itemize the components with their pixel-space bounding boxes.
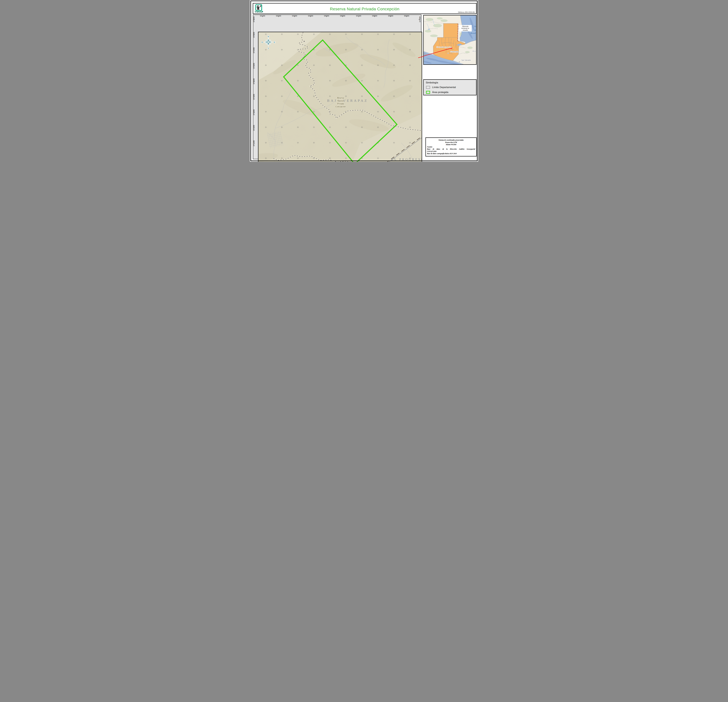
axis-tick — [254, 50, 255, 50]
inset-map-svg: Be Diferendo territorial no resuelto Gu … — [424, 16, 476, 64]
axis-tick — [311, 16, 311, 17]
city-dot-san-salvador — [459, 61, 460, 62]
reserve-label-line4: Concepción — [335, 105, 345, 108]
source-line1b: CONAP 2026 — [427, 150, 475, 153]
axis-tick — [262, 16, 263, 17]
crs-line2: Proyección GTM — [427, 141, 475, 144]
departmental-limit-swatch — [426, 86, 430, 89]
axis-tick — [254, 112, 255, 112]
reserve-label-line2: Natural — [337, 99, 344, 102]
main-map-frame: 5410005410005420005420005430005430005440… — [253, 14, 421, 159]
city-label-san-salvador: San Salvador — [461, 59, 471, 61]
legend-item-protected-area: Área protegida — [426, 91, 448, 94]
inset-lake-mexico — [428, 29, 430, 30]
axis-tick — [254, 81, 255, 82]
legend-item-label: Límite Departamental — [432, 86, 456, 89]
protected-area-swatch — [426, 91, 430, 94]
route-number-label: 721 — [424, 53, 427, 55]
city-label-guatemala: Guatemala — [450, 51, 458, 53]
reserve-label-line3: Privada — [337, 102, 344, 105]
crs-line1: Sistema de coordenadas proyectadas — [427, 139, 475, 141]
header-bar: CONAP Reserva Natural Privada Concepción… — [253, 3, 477, 14]
map-canvas: BAJA VERAPAZ EL PROGRESO Reserva Natural… — [258, 32, 422, 162]
compass-south-label: S — [268, 48, 269, 49]
sea-label-hond: Hond — [471, 32, 476, 34]
compass-west-label: O — [261, 41, 263, 43]
country-label-guatemala: Guatemala — [436, 46, 452, 48]
source-line1: Base de datos de la Dirección Análisis G… — [427, 148, 475, 150]
legend-title: Simbología — [426, 81, 438, 84]
legend-box: Simbología Límite Departamental Área pro… — [423, 79, 477, 95]
axis-tick — [342, 16, 343, 17]
axis-tick — [419, 19, 419, 20]
axis-tick — [390, 16, 391, 17]
legend-item-departmental-limit: Límite Departamental — [426, 86, 456, 89]
map-canvas-svg: BAJA VERAPAZ EL PROGRESO Reserva Natural… — [259, 32, 422, 162]
axis-tick — [254, 97, 255, 97]
note-line3: resuelto — [463, 29, 468, 31]
legend-item-label: Área protegida — [432, 91, 448, 94]
city-dot-guatemala — [448, 53, 449, 54]
axis-tick — [254, 143, 255, 144]
inset-locator-map: Be Diferendo territorial no resuelto Gu … — [423, 15, 477, 65]
country-label-honduras-fragment: Ho — [472, 50, 476, 52]
department-label-el-progreso: EL PROGRESO — [391, 158, 422, 161]
axis-tick — [374, 16, 375, 17]
sea-label-de: de — [475, 29, 476, 31]
territorial-note-box: Diferendo territorial no resuelto — [459, 25, 472, 32]
sea-label-gu: Gu — [474, 25, 476, 27]
note-line2: territorial no — [462, 27, 469, 29]
axis-tick — [358, 16, 359, 17]
crs-line3: Datum WGS84 — [427, 144, 475, 146]
reserve-label-line1: Reserva — [337, 97, 344, 99]
document-code: DAGeos-359-2026-BS — [458, 12, 475, 13]
fuente-label: Fuente: — [427, 146, 475, 148]
source-info-box: Sistema de coordenadas proyectadas Proye… — [425, 137, 477, 156]
axis-tick — [254, 66, 255, 66]
compass-north-label: N — [268, 36, 269, 38]
axis-tick — [254, 128, 255, 128]
source-line2: Base de datos cartografía básica IGN 201… — [427, 153, 475, 155]
axis-tick — [326, 16, 327, 17]
compass-east-label: E — [274, 41, 275, 43]
department-label-baja-verapaz: BAJA VERAPAZ — [327, 99, 368, 102]
page-title: Reserva Natural Privada Concepción — [253, 7, 476, 12]
map-document-page: CONAP Reserva Natural Privada Concepción… — [250, 0, 478, 162]
axis-tick — [254, 19, 255, 20]
axis-tick — [406, 16, 407, 17]
note-line1: Diferendo — [462, 26, 468, 27]
